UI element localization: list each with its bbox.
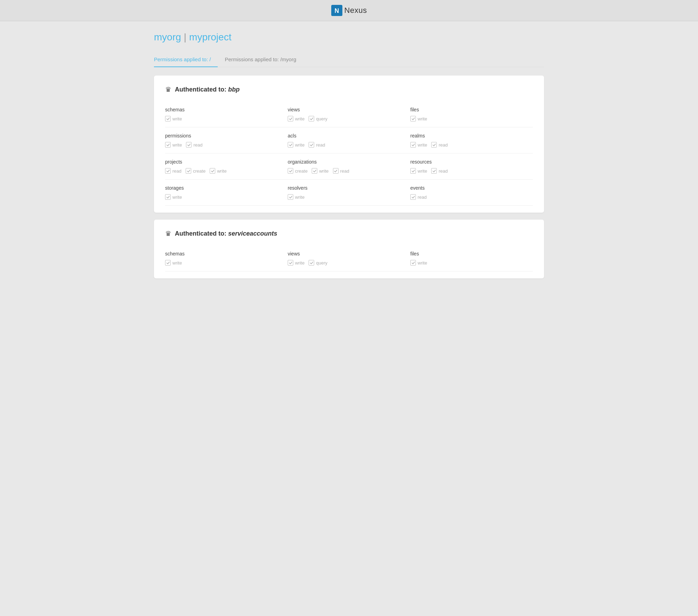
permission-group-views: viewswritequery — [288, 101, 410, 127]
permission-group-projects: projectsreadcreatewrite — [165, 153, 288, 180]
app-header: N Nexus — [0, 0, 698, 21]
permission-item-write: write — [210, 168, 226, 174]
checkbox-write[interactable] — [288, 260, 293, 266]
permission-group-label: resolvers — [288, 185, 400, 191]
permission-card-serviceaccounts: ♛Authenticated to: serviceaccountsschema… — [154, 220, 544, 278]
checkbox-create[interactable] — [288, 168, 293, 174]
permission-items: write — [165, 260, 277, 266]
permission-label-read: read — [340, 168, 349, 174]
permission-item-create: create — [288, 168, 308, 174]
checkbox-write[interactable] — [288, 142, 293, 148]
permission-item-read: read — [165, 168, 181, 174]
checkbox-write[interactable] — [288, 116, 293, 121]
permission-item-read: read — [186, 142, 202, 148]
crown-icon: ♛ — [165, 229, 171, 238]
permission-group-label: schemas — [165, 107, 277, 112]
checkbox-write[interactable] — [165, 116, 171, 121]
permission-label-write: write — [217, 168, 226, 174]
tab-permissions-myorg[interactable]: Permissions applied to: /myorg — [225, 53, 303, 67]
breadcrumb-org[interactable]: myorg — [154, 32, 181, 43]
checkbox-write[interactable] — [288, 194, 293, 200]
checkbox-write[interactable] — [312, 168, 317, 174]
permission-group-schemas: schemaswrite — [165, 101, 288, 127]
permission-label-write: write — [319, 168, 328, 174]
permission-group-label: views — [288, 107, 400, 112]
permission-group-realms: realmswriteread — [410, 127, 533, 153]
permission-items: readcreatewrite — [165, 168, 277, 174]
card-title: Authenticated to: bbp — [175, 86, 240, 93]
checkbox-read[interactable] — [431, 168, 437, 174]
permission-group-label: resources — [410, 159, 522, 165]
checkbox-write[interactable] — [410, 168, 416, 174]
checkbox-write[interactable] — [410, 142, 416, 148]
permission-label-read: read — [172, 168, 181, 174]
permission-items: writequery — [288, 116, 400, 121]
permission-label-write: write — [172, 116, 182, 121]
permission-items: read — [410, 194, 522, 200]
tabs-container: Permissions applied to: / Permissions ap… — [154, 53, 544, 67]
checkbox-write[interactable] — [410, 260, 416, 266]
permission-label-write: write — [172, 195, 182, 200]
permission-group-resolvers: resolverswrite — [288, 180, 410, 206]
permission-label-write: write — [295, 260, 304, 266]
crown-icon: ♛ — [165, 85, 171, 94]
svg-text:N: N — [334, 7, 339, 14]
checkbox-write[interactable] — [165, 194, 171, 200]
card-title: Authenticated to: serviceaccounts — [175, 230, 277, 237]
permission-item-write: write — [165, 142, 182, 148]
permission-item-query: query — [309, 260, 327, 266]
permission-label-write: write — [418, 260, 427, 266]
permission-grid: schemaswriteviewswritequeryfileswriteper… — [165, 101, 533, 206]
nexus-logo-icon: N — [331, 5, 342, 16]
checkbox-read[interactable] — [333, 168, 339, 174]
checkbox-read[interactable] — [431, 142, 437, 148]
permission-label-query: query — [316, 260, 327, 266]
permission-group-resources: resourceswriteread — [410, 153, 533, 180]
permission-group-acls: aclswriteread — [288, 127, 410, 153]
permission-label-write: write — [172, 142, 182, 148]
checkbox-query[interactable] — [309, 116, 314, 121]
permission-label-read: read — [193, 142, 202, 148]
permission-items: writeread — [288, 142, 400, 148]
permission-label-write: write — [418, 142, 427, 148]
permission-group-permissions: permissionswriteread — [165, 127, 288, 153]
permission-items: write — [288, 194, 400, 200]
permission-items: write — [165, 194, 277, 200]
permission-group-label: projects — [165, 159, 277, 165]
permission-items: createwriteread — [288, 168, 400, 174]
permission-label-create: create — [193, 168, 205, 174]
card-header: ♛Authenticated to: serviceaccounts — [165, 229, 533, 238]
checkbox-read[interactable] — [309, 142, 314, 148]
checkbox-read[interactable] — [186, 142, 192, 148]
permission-items: writequery — [288, 260, 400, 266]
checkbox-create[interactable] — [186, 168, 191, 174]
permission-group-schemas: schemaswrite — [165, 245, 288, 271]
breadcrumb-project[interactable]: myproject — [189, 32, 231, 43]
permission-items: write — [165, 116, 277, 121]
permission-group-label: files — [410, 251, 522, 256]
permission-group-label: permissions — [165, 133, 277, 139]
permission-group-label: files — [410, 107, 522, 112]
checkbox-read[interactable] — [410, 194, 416, 200]
checkbox-write[interactable] — [410, 116, 416, 121]
permission-item-query: query — [309, 116, 327, 121]
checkbox-read[interactable] — [165, 168, 171, 174]
checkbox-write[interactable] — [210, 168, 215, 174]
permission-group-organizations: organizationscreatewriteread — [288, 153, 410, 180]
permission-label-write: write — [418, 116, 427, 121]
checkbox-write[interactable] — [165, 142, 171, 148]
permission-item-write: write — [410, 142, 427, 148]
permission-grid: schemaswriteviewswritequeryfileswrite — [165, 245, 533, 271]
permission-item-write: write — [288, 142, 304, 148]
permission-item-read: read — [431, 142, 448, 148]
permission-items: write — [410, 116, 522, 121]
permission-item-write: write — [165, 260, 182, 266]
permission-item-write: write — [165, 194, 182, 200]
logo-container: N Nexus — [331, 5, 367, 16]
permission-label-write: write — [172, 260, 182, 266]
tab-permissions-root[interactable]: Permissions applied to: / — [154, 53, 218, 67]
checkbox-query[interactable] — [309, 260, 314, 266]
permission-item-write: write — [312, 168, 328, 174]
checkbox-write[interactable] — [165, 260, 171, 266]
permission-group-label: organizations — [288, 159, 400, 165]
